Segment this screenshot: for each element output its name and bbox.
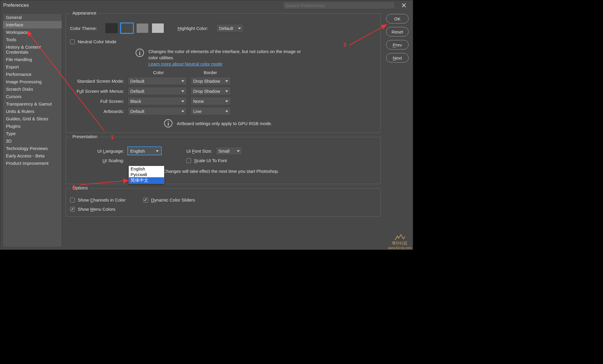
color-theme-label: Color Theme: xyxy=(70,26,97,31)
scale-to-font-label: Scale UI To Font xyxy=(194,158,227,163)
sidebar: General Interface Workspace Tools Histor… xyxy=(3,13,62,247)
ui-language-label: UI Language: xyxy=(70,149,124,154)
sidebar-item-transparency[interactable]: Transparency & Gamut xyxy=(3,100,62,108)
main-content: Appearance Color Theme: HHighlight Color… xyxy=(66,13,381,247)
preferences-window: Preferences General Interface Workspace … xyxy=(0,0,413,250)
neutral-color-mode-label: Neutral Color Mode xyxy=(78,39,116,44)
sidebar-item-product-improvement[interactable]: Product Improvement xyxy=(3,159,62,167)
sidebar-item-performance[interactable]: Performance xyxy=(3,71,62,78)
sidebar-item-history[interactable]: History & Content Credentials xyxy=(3,43,62,56)
svg-point-3 xyxy=(139,50,140,51)
sidebar-item-tech-previews[interactable]: Technology Previews xyxy=(3,145,62,152)
artboards-color-select[interactable]: Default xyxy=(128,107,187,115)
watermark-icon xyxy=(393,234,406,241)
presentation-group: Presentation UI Language: English UI Fon… xyxy=(66,137,381,184)
svg-rect-7 xyxy=(168,123,169,126)
neutral-learn-more-link[interactable]: Learn more about Neutral color mode xyxy=(148,61,222,66)
window-title: Preferences xyxy=(3,3,29,8)
theme-swatch-light[interactable] xyxy=(152,23,164,33)
standard-screen-border-select[interactable]: Drop Shadow xyxy=(191,77,231,85)
info-icon xyxy=(164,119,173,128)
close-button[interactable] xyxy=(398,1,410,10)
fullscreen-menus-label: Full Screen with Menus: xyxy=(70,89,124,94)
ok-button[interactable]: OK xyxy=(386,14,409,23)
watermark-brand: 華印社區 xyxy=(392,241,407,246)
sidebar-item-plugins[interactable]: Plugins xyxy=(3,122,62,130)
sidebar-item-interface[interactable]: Interface xyxy=(3,21,62,28)
watermark: 華印社區 www.52cnp.com xyxy=(388,234,412,250)
ui-language-select[interactable]: English xyxy=(128,147,161,155)
options-group-label: Options xyxy=(71,185,90,190)
fullscreen-label: Full Screen: xyxy=(70,99,124,104)
sidebar-item-export[interactable]: Export xyxy=(3,63,62,71)
highlight-color-label: HHighlight Color:ighlight Color: xyxy=(178,26,208,31)
options-group: Options Show Channels in Color Show Menu… xyxy=(66,188,381,217)
language-option-chinese[interactable]: 简体中文 xyxy=(129,177,164,183)
language-option-russian[interactable]: Русский xyxy=(129,172,164,177)
show-channels-checkbox[interactable] xyxy=(70,198,75,202)
fullscreen-menus-border-select[interactable]: Drop Shadow xyxy=(191,87,231,95)
artboards-border-select[interactable]: Line xyxy=(191,107,231,115)
prev-button[interactable]: Prev xyxy=(386,40,409,50)
ui-font-size-label: UI Font Size: xyxy=(186,149,212,154)
language-option-english[interactable]: English xyxy=(129,166,164,172)
dynamic-sliders-checkbox[interactable] xyxy=(143,198,148,202)
restart-note-text: Changes will take effect the next time y… xyxy=(163,169,279,174)
sidebar-item-scratch-disks[interactable]: Scratch Disks xyxy=(3,85,62,93)
neutral-info-text: Changes the color of elements of the int… xyxy=(148,49,301,60)
info-icon xyxy=(135,48,144,57)
watermark-url: www.52cnp.com xyxy=(388,246,412,250)
sidebar-item-cursors[interactable]: Cursors xyxy=(3,93,62,100)
presentation-group-label: Presentation xyxy=(71,134,99,139)
fullscreen-color-select[interactable]: Black xyxy=(128,97,187,105)
sidebar-item-type[interactable]: Type xyxy=(3,130,62,137)
ui-scaling-label: UI Scaling: xyxy=(70,158,124,163)
sidebar-item-general[interactable]: General xyxy=(3,14,62,21)
ui-font-size-select[interactable]: Small xyxy=(216,147,242,155)
close-icon xyxy=(402,3,406,8)
show-channels-label: Show Channels in Color xyxy=(78,197,126,202)
fullscreen-menus-color-select[interactable]: Default xyxy=(128,87,187,95)
standard-screen-label: Standard Screen Mode: xyxy=(70,79,124,84)
titlebar: Preferences xyxy=(0,0,413,10)
sidebar-item-3d[interactable]: 3D xyxy=(3,137,62,145)
appearance-group: Appearance Color Theme: HHighlight Color… xyxy=(66,13,381,133)
sidebar-item-image-processing[interactable]: Image Processing xyxy=(3,78,62,85)
svg-point-6 xyxy=(168,121,169,122)
artboards-label: Artboards: xyxy=(70,109,124,114)
artboard-note-text: Artboard settings only apply to GPU RGB … xyxy=(177,121,272,126)
color-column-header: Color xyxy=(129,70,188,75)
sidebar-item-tools[interactable]: Tools xyxy=(3,36,62,43)
sidebar-item-units[interactable]: Units & Rulers xyxy=(3,108,62,115)
highlight-color-select[interactable]: Default xyxy=(216,24,244,32)
theme-swatch-darkest[interactable] xyxy=(105,23,118,33)
sidebar-item-early-access[interactable]: Early Access - Beta xyxy=(3,152,62,159)
language-dropdown-list: English Русский 简体中文 xyxy=(128,166,164,184)
sidebar-item-workspace[interactable]: Workspace xyxy=(3,28,62,36)
sidebar-item-file-handling[interactable]: File Handling xyxy=(3,56,62,63)
search-input[interactable] xyxy=(283,1,395,9)
show-menu-colors-checkbox[interactable] xyxy=(70,207,75,212)
fullscreen-border-select[interactable]: None xyxy=(191,97,231,105)
appearance-group-label: Appearance xyxy=(71,10,98,15)
standard-screen-color-select[interactable]: Default xyxy=(128,77,187,85)
next-button[interactable]: Next xyxy=(386,53,409,63)
border-column-header: Border xyxy=(188,70,233,75)
theme-swatch-medium[interactable] xyxy=(136,23,149,33)
reset-button[interactable]: Reset xyxy=(386,27,409,36)
dynamic-sliders-label: Dynamic Color Sliders xyxy=(151,197,195,202)
show-menu-colors-label: Show Menu Colors xyxy=(78,207,115,212)
scale-to-font-checkbox[interactable] xyxy=(186,158,191,163)
neutral-color-mode-checkbox[interactable] xyxy=(70,39,75,44)
theme-swatch-dark[interactable] xyxy=(121,23,133,33)
svg-rect-4 xyxy=(139,52,140,55)
dialog-buttons: OK Reset Prev Next xyxy=(384,13,410,247)
sidebar-item-guides[interactable]: Guides, Grid & Slices xyxy=(3,115,62,122)
